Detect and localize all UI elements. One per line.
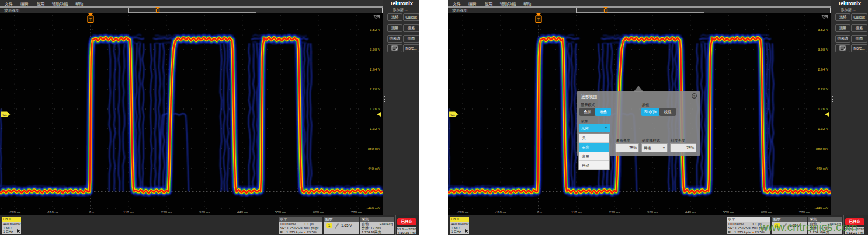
svg-text:3.52 V: 3.52 V (370, 27, 381, 31)
svg-text:1.32 V: 1.32 V (818, 127, 829, 131)
svg-text:-440 mV: -440 mV (815, 206, 829, 210)
svg-text:-110 ns: -110 ns (495, 210, 506, 214)
svg-text:220 ns: 220 ns (161, 210, 172, 214)
svg-text:660 ns: 660 ns (313, 210, 324, 214)
svg-text:0 s: 0 s (89, 210, 94, 214)
svg-text:770 ns: 770 ns (351, 210, 362, 214)
svg-text:3.52 V: 3.52 V (818, 27, 829, 31)
svg-text:880 mV: 880 mV (368, 146, 381, 150)
svg-text:330 ns: 330 ns (199, 210, 210, 214)
svg-text:-220 ns: -220 ns (457, 210, 469, 214)
svg-text:440 mV: 440 mV (368, 166, 381, 170)
svg-text:2.64 V: 2.64 V (370, 67, 381, 71)
svg-text:330 ns: 330 ns (647, 210, 658, 214)
svg-text:2.20 V: 2.20 V (818, 87, 829, 91)
svg-text:T: T (537, 17, 540, 22)
svg-text:110 ns: 110 ns (123, 210, 134, 214)
svg-text:1.76 V: 1.76 V (818, 107, 829, 111)
svg-text:660 ns: 660 ns (761, 210, 772, 214)
svg-text:550 ns: 550 ns (723, 210, 734, 214)
svg-text:T: T (89, 17, 92, 22)
svg-text:1.76 V: 1.76 V (370, 107, 381, 111)
svg-text:880 mV: 880 mV (816, 146, 829, 150)
svg-text:3.08 V: 3.08 V (370, 47, 381, 51)
svg-text:-220 ns: -220 ns (9, 210, 21, 214)
svg-text:440 ns: 440 ns (685, 210, 696, 214)
svg-text:440 ns: 440 ns (237, 210, 248, 214)
svg-text:-440 mV: -440 mV (367, 206, 381, 210)
svg-text:770 ns: 770 ns (799, 210, 810, 214)
svg-text:0 s: 0 s (537, 210, 542, 214)
svg-text:3.08 V: 3.08 V (818, 47, 829, 51)
svg-text:C1: C1 (2, 113, 7, 117)
svg-text:550 ns: 550 ns (275, 210, 286, 214)
svg-text:-110 ns: -110 ns (47, 210, 58, 214)
svg-text:1.32 V: 1.32 V (370, 127, 381, 131)
svg-text:C1: C1 (450, 113, 455, 117)
svg-text:2.20 V: 2.20 V (370, 87, 381, 91)
svg-text:2.64 V: 2.64 V (818, 67, 829, 71)
svg-text:220 ns: 220 ns (609, 210, 620, 214)
svg-text:110 ns: 110 ns (571, 210, 582, 214)
svg-text:440 mV: 440 mV (816, 166, 829, 170)
